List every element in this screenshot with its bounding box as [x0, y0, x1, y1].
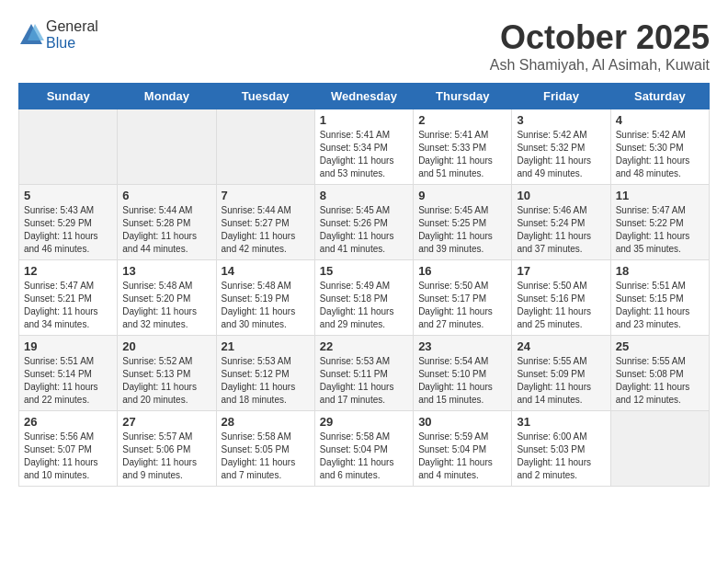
day-number: 6 [122, 189, 210, 202]
calendar-day-cell: 9Sunrise: 5:45 AMSunset: 5:25 PMDaylight… [414, 185, 512, 260]
logo: General Blue [18, 18, 98, 52]
calendar-week-row: 1Sunrise: 5:41 AMSunset: 5:34 PMDaylight… [19, 109, 710, 185]
day-number: 21 [222, 339, 310, 353]
day-info: Sunrise: 5:58 AMSunset: 5:04 PMDaylight:… [320, 431, 408, 482]
calendar-day-cell: 25Sunrise: 5:55 AMSunset: 5:08 PMDayligh… [610, 336, 709, 411]
day-number: 17 [517, 264, 605, 278]
day-info: Sunrise: 5:53 AMSunset: 5:12 PMDaylight:… [222, 355, 310, 407]
day-number: 13 [122, 264, 210, 278]
location-subtitle: Ash Shamiyah, Al Asimah, Kuwait [490, 57, 710, 74]
day-info: Sunrise: 5:43 AMSunset: 5:29 PMDaylight:… [24, 204, 112, 256]
day-info: Sunrise: 5:52 AMSunset: 5:13 PMDaylight:… [122, 355, 210, 407]
calendar-day-cell: 8Sunrise: 5:45 AMSunset: 5:26 PMDaylight… [314, 185, 413, 260]
calendar-day-cell: 2Sunrise: 5:41 AMSunset: 5:33 PMDaylight… [414, 109, 512, 185]
day-info: Sunrise: 5:48 AMSunset: 5:20 PMDaylight:… [122, 280, 210, 331]
day-info: Sunrise: 5:49 AMSunset: 5:18 PMDaylight:… [320, 280, 408, 331]
day-number: 8 [320, 189, 408, 202]
day-info: Sunrise: 5:42 AMSunset: 5:32 PMDaylight:… [517, 129, 605, 180]
day-number: 15 [320, 264, 408, 278]
day-info: Sunrise: 5:42 AMSunset: 5:30 PMDaylight:… [616, 129, 704, 180]
calendar-day-cell: 21Sunrise: 5:53 AMSunset: 5:12 PMDayligh… [216, 336, 314, 411]
calendar-day-cell: 26Sunrise: 5:56 AMSunset: 5:07 PMDayligh… [19, 411, 118, 487]
title-block: October 2025 Ash Shamiyah, Al Asimah, Ku… [490, 18, 710, 74]
weekday-header: Tuesday [216, 84, 314, 109]
calendar-day-cell: 16Sunrise: 5:50 AMSunset: 5:17 PMDayligh… [414, 260, 512, 336]
month-title: October 2025 [490, 18, 710, 57]
day-number: 9 [418, 189, 506, 202]
day-number: 29 [320, 415, 408, 429]
day-number: 31 [517, 415, 605, 429]
day-number: 25 [616, 339, 704, 353]
calendar-day-cell: 31Sunrise: 6:00 AMSunset: 5:03 PMDayligh… [512, 411, 610, 487]
day-number: 26 [24, 415, 112, 429]
weekday-header: Sunday [19, 84, 118, 109]
logo-blue-text: Blue [46, 35, 75, 51]
day-number: 7 [222, 189, 310, 202]
day-number: 28 [222, 415, 310, 429]
calendar-week-row: 19Sunrise: 5:51 AMSunset: 5:14 PMDayligh… [19, 336, 710, 411]
page-header: General Blue October 2025 Ash Shamiyah, … [18, 18, 710, 74]
calendar-day-cell [216, 109, 314, 185]
calendar-day-cell: 24Sunrise: 5:55 AMSunset: 5:09 PMDayligh… [512, 336, 610, 411]
weekday-header: Friday [512, 84, 610, 109]
day-number: 30 [418, 415, 506, 429]
weekday-header: Thursday [414, 84, 512, 109]
logo-icon [18, 22, 44, 48]
day-info: Sunrise: 5:55 AMSunset: 5:08 PMDaylight:… [616, 355, 704, 407]
day-info: Sunrise: 5:50 AMSunset: 5:16 PMDaylight:… [517, 280, 605, 331]
calendar-day-cell: 4Sunrise: 5:42 AMSunset: 5:30 PMDaylight… [610, 109, 709, 185]
day-number: 18 [616, 264, 704, 278]
calendar-week-row: 26Sunrise: 5:56 AMSunset: 5:07 PMDayligh… [19, 411, 710, 487]
calendar-day-cell: 30Sunrise: 5:59 AMSunset: 5:04 PMDayligh… [414, 411, 512, 487]
day-info: Sunrise: 5:50 AMSunset: 5:17 PMDaylight:… [418, 280, 506, 331]
day-number: 16 [418, 264, 506, 278]
calendar-table: SundayMondayTuesdayWednesdayThursdayFrid… [18, 83, 710, 487]
day-info: Sunrise: 5:54 AMSunset: 5:10 PMDaylight:… [418, 355, 506, 407]
calendar-week-row: 12Sunrise: 5:47 AMSunset: 5:21 PMDayligh… [19, 260, 710, 336]
day-info: Sunrise: 5:51 AMSunset: 5:15 PMDaylight:… [616, 280, 704, 331]
day-number: 23 [418, 339, 506, 353]
day-info: Sunrise: 6:00 AMSunset: 5:03 PMDaylight:… [517, 431, 605, 482]
day-number: 1 [320, 113, 408, 127]
weekday-header: Saturday [610, 84, 709, 109]
day-number: 24 [517, 339, 605, 353]
day-info: Sunrise: 5:44 AMSunset: 5:28 PMDaylight:… [122, 204, 210, 256]
calendar-day-cell: 23Sunrise: 5:54 AMSunset: 5:10 PMDayligh… [414, 336, 512, 411]
day-info: Sunrise: 5:44 AMSunset: 5:27 PMDaylight:… [222, 204, 310, 256]
calendar-day-cell: 3Sunrise: 5:42 AMSunset: 5:32 PMDaylight… [512, 109, 610, 185]
day-number: 3 [517, 113, 605, 127]
day-info: Sunrise: 5:57 AMSunset: 5:06 PMDaylight:… [122, 431, 210, 482]
calendar-day-cell: 10Sunrise: 5:46 AMSunset: 5:24 PMDayligh… [512, 185, 610, 260]
day-info: Sunrise: 5:41 AMSunset: 5:34 PMDaylight:… [320, 129, 408, 180]
day-info: Sunrise: 5:41 AMSunset: 5:33 PMDaylight:… [418, 129, 506, 180]
day-number: 19 [24, 339, 112, 353]
day-number: 10 [517, 189, 605, 202]
day-number: 27 [122, 415, 210, 429]
day-info: Sunrise: 5:48 AMSunset: 5:19 PMDaylight:… [222, 280, 310, 331]
day-info: Sunrise: 5:58 AMSunset: 5:05 PMDaylight:… [222, 431, 310, 482]
day-info: Sunrise: 5:47 AMSunset: 5:22 PMDaylight:… [616, 204, 704, 256]
weekday-header: Monday [118, 84, 216, 109]
calendar-day-cell: 20Sunrise: 5:52 AMSunset: 5:13 PMDayligh… [118, 336, 216, 411]
calendar-day-cell: 7Sunrise: 5:44 AMSunset: 5:27 PMDaylight… [216, 185, 314, 260]
calendar-day-cell: 15Sunrise: 5:49 AMSunset: 5:18 PMDayligh… [314, 260, 413, 336]
logo-general-text: General [46, 18, 98, 34]
day-info: Sunrise: 5:53 AMSunset: 5:11 PMDaylight:… [320, 355, 408, 407]
calendar-day-cell: 18Sunrise: 5:51 AMSunset: 5:15 PMDayligh… [610, 260, 709, 336]
calendar-week-row: 5Sunrise: 5:43 AMSunset: 5:29 PMDaylight… [19, 185, 710, 260]
day-info: Sunrise: 5:59 AMSunset: 5:04 PMDaylight:… [418, 431, 506, 482]
day-number: 20 [122, 339, 210, 353]
calendar-day-cell: 12Sunrise: 5:47 AMSunset: 5:21 PMDayligh… [19, 260, 118, 336]
calendar-day-cell: 29Sunrise: 5:58 AMSunset: 5:04 PMDayligh… [314, 411, 413, 487]
day-number: 11 [616, 189, 704, 202]
calendar-day-cell [610, 411, 709, 487]
calendar-day-cell: 13Sunrise: 5:48 AMSunset: 5:20 PMDayligh… [118, 260, 216, 336]
calendar-day-cell: 14Sunrise: 5:48 AMSunset: 5:19 PMDayligh… [216, 260, 314, 336]
day-info: Sunrise: 5:51 AMSunset: 5:14 PMDaylight:… [24, 355, 112, 407]
day-info: Sunrise: 5:56 AMSunset: 5:07 PMDaylight:… [24, 431, 112, 482]
calendar-day-cell: 28Sunrise: 5:58 AMSunset: 5:05 PMDayligh… [216, 411, 314, 487]
calendar-day-cell [118, 109, 216, 185]
calendar-day-cell: 5Sunrise: 5:43 AMSunset: 5:29 PMDaylight… [19, 185, 118, 260]
day-number: 2 [418, 113, 506, 127]
day-info: Sunrise: 5:45 AMSunset: 5:26 PMDaylight:… [320, 204, 408, 256]
